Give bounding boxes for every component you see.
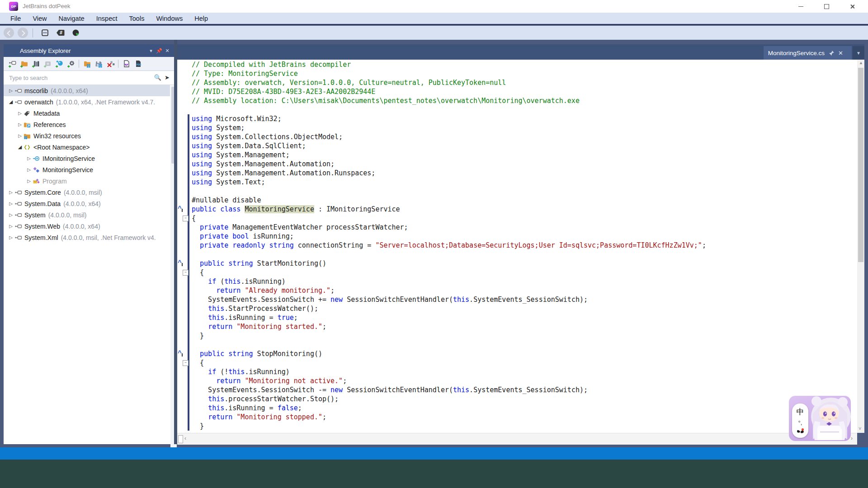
- code-line[interactable]: return "Monitoring stopped.";: [192, 413, 706, 422]
- code-line[interactable]: this.isRunning = true;: [192, 313, 706, 322]
- code-line[interactable]: private ManagementEventWatcher processSt…: [192, 223, 706, 232]
- code-line[interactable]: return "Monitoring not active.";: [192, 376, 706, 385]
- il-viewer-button[interactable]: [41, 29, 49, 37]
- panel-close-icon[interactable]: ✕: [163, 48, 171, 54]
- fold-collapse-icon[interactable]: −: [183, 270, 189, 276]
- open-nuget-package-button[interactable]: [53, 58, 65, 69]
- menu-item-navigate[interactable]: Navigate: [53, 15, 90, 22]
- code-line[interactable]: this.isRunning = false;: [192, 404, 706, 413]
- tree-item-overwatch[interactable]: ◢overwatch(1.0.0.0, x64, .Net Framework …: [4, 96, 170, 108]
- code-line[interactable]: SystemEvents.SessionSwitch += new Sessio…: [192, 295, 706, 304]
- ime-status-pill[interactable]: 中 °,: [792, 404, 808, 438]
- editor-horizontal-scrollbar[interactable]: ‹ ›: [177, 433, 857, 445]
- menu-item-view[interactable]: View: [27, 15, 52, 22]
- menu-item-file[interactable]: File: [5, 15, 27, 22]
- code-line[interactable]: return "Monitoring started.";: [192, 322, 706, 331]
- code-line[interactable]: [192, 105, 706, 114]
- code-line[interactable]: using System.Text;: [192, 178, 706, 187]
- tab-pin-icon[interactable]: [829, 50, 835, 56]
- panel-menu-chevron-icon[interactable]: ▾: [147, 48, 155, 54]
- expander-collapsed-icon[interactable]: ▷: [16, 111, 24, 116]
- scrollbar-thumb[interactable]: [178, 435, 183, 443]
- tree-item-system[interactable]: ▷System(4.0.0.0, msil): [4, 209, 170, 221]
- code-line[interactable]: using System.Data.SqlClient;: [192, 141, 706, 150]
- code-line[interactable]: using Microsoft.Win32;: [192, 114, 706, 123]
- ime-overlay[interactable]: 中 °,: [789, 396, 851, 441]
- butterfly-icon[interactable]: [797, 428, 804, 435]
- minimize-button[interactable]: [790, 0, 811, 13]
- scroll-left-icon[interactable]: ‹: [184, 435, 186, 441]
- tree-item-system-web[interactable]: ▷System.Web(4.0.0.0, x64): [4, 221, 170, 232]
- panel-splitter[interactable]: [174, 40, 177, 444]
- code-line[interactable]: // MVID: D75E208A-43BD-49E3-A2E3-AA2002B…: [192, 87, 706, 96]
- search-everywhere-icon[interactable]: 🔍: [154, 74, 161, 81]
- declaration-navigation-icon[interactable]: ^: [178, 206, 184, 213]
- code-line[interactable]: {: [192, 358, 706, 367]
- code-line[interactable]: {: [192, 268, 706, 277]
- code-line[interactable]: SystemEvents.SessionSwitch -= new Sessio…: [192, 385, 706, 394]
- process-symbols-button[interactable]: [72, 29, 80, 37]
- code-line[interactable]: {: [192, 214, 706, 223]
- code-line[interactable]: using System.Management;: [192, 150, 706, 160]
- ime-mode-indicator[interactable]: 中: [797, 407, 804, 417]
- code-line[interactable]: [192, 187, 706, 196]
- code-line[interactable]: private bool isRunning;: [192, 232, 706, 241]
- code-line[interactable]: return "Already monitoring.";: [192, 286, 706, 295]
- code-content[interactable]: // Decompiled with JetBrains decompiler/…: [192, 60, 706, 431]
- code-line[interactable]: }: [192, 422, 706, 431]
- declaration-navigation-icon[interactable]: ^: [178, 260, 184, 267]
- tree-item-program[interactable]: ▷Program: [4, 175, 170, 187]
- code-line[interactable]: if (this.isRunning): [192, 277, 706, 286]
- code-line[interactable]: this.StartProcessWatcher();: [192, 304, 706, 313]
- tab-monitoringservice[interactable]: MonitoringService.cs ✕: [764, 46, 852, 60]
- expander-collapsed-icon[interactable]: ▷: [25, 178, 33, 183]
- tree-item-system-xml[interactable]: ▷System.Xml(4.0.0.0, msil, .Net Framewor…: [4, 232, 170, 243]
- code-line[interactable]: private readonly string connectionString…: [192, 241, 706, 250]
- tree-item-root-namespace[interactable]: ◢<Root Namespace>: [4, 141, 170, 153]
- expander-expanded-icon[interactable]: ◢: [16, 144, 24, 150]
- code-line[interactable]: if (!this.isRunning): [192, 367, 706, 376]
- expander-collapsed-icon[interactable]: ▷: [16, 122, 24, 127]
- export-assembly-button[interactable]: [93, 58, 104, 69]
- fold-collapse-icon[interactable]: −: [183, 360, 189, 366]
- code-line[interactable]: [192, 250, 706, 259]
- expander-collapsed-icon[interactable]: ▷: [25, 167, 33, 172]
- tree-item-mscorlib[interactable]: ▷mscorlib(4.0.0.0, x64): [4, 85, 170, 96]
- remove-assembly-button[interactable]: [104, 58, 116, 69]
- expander-collapsed-icon[interactable]: ▷: [7, 201, 14, 206]
- code-line[interactable]: #nullable disable: [192, 196, 706, 205]
- tree-item-system-data[interactable]: ▷System.Data(4.0.0.0, x64): [4, 198, 170, 209]
- open-folder-button[interactable]: [18, 58, 30, 69]
- open-from-gac-button[interactable]: [30, 58, 42, 69]
- code-line[interactable]: public string StopMonitoring(): [192, 349, 706, 358]
- tab-list-dropdown[interactable]: ▼: [853, 46, 864, 60]
- explore-folder-button[interactable]: [81, 58, 93, 69]
- code-line[interactable]: // Decompiled with JetBrains decompiler: [192, 60, 706, 69]
- close-button[interactable]: [842, 0, 863, 13]
- scroll-down-icon[interactable]: ˅: [859, 426, 861, 431]
- menu-item-help[interactable]: Help: [189, 15, 214, 22]
- code-line[interactable]: using System.Management.Automation;: [192, 160, 706, 169]
- code-line[interactable]: }: [192, 331, 706, 340]
- maximize-button[interactable]: [816, 0, 837, 13]
- tree-item-win32-resources[interactable]: ▷Win32 resources: [4, 130, 170, 141]
- expander-collapsed-icon[interactable]: ▷: [7, 224, 14, 229]
- pdb-file-button[interactable]: PDB: [132, 58, 144, 69]
- open-assembly-button[interactable]: [6, 58, 18, 69]
- tree-item-imonitoringservice[interactable]: ▷IMonitoringService: [4, 153, 170, 164]
- editor-vertical-scrollbar[interactable]: ▲ ˅: [857, 60, 864, 433]
- tree-item-metadata[interactable]: ▷Metadata: [4, 108, 170, 119]
- expander-collapsed-icon[interactable]: ▷: [7, 212, 14, 217]
- csharp-file-button[interactable]: #: [56, 29, 65, 36]
- scroll-right-icon[interactable]: ›: [851, 435, 853, 441]
- tree-item-system-core[interactable]: ▷System.Core(4.0.0.0, msil): [4, 187, 170, 198]
- declaration-navigation-icon[interactable]: ^: [178, 350, 184, 357]
- expander-collapsed-icon[interactable]: ▷: [16, 133, 24, 138]
- code-line[interactable]: // Assembly location: C:\Users\misak\Doc…: [192, 96, 706, 105]
- tab-close-icon[interactable]: ✕: [838, 50, 843, 56]
- menu-item-inspect[interactable]: Inspect: [90, 15, 123, 22]
- code-line[interactable]: // Assembly: overwatch, Version=1.0.0.0,…: [192, 78, 706, 87]
- tree-item-references[interactable]: ▷References: [4, 119, 170, 130]
- attach-process-button[interactable]: [42, 58, 53, 69]
- fold-collapse-icon[interactable]: −: [183, 216, 189, 221]
